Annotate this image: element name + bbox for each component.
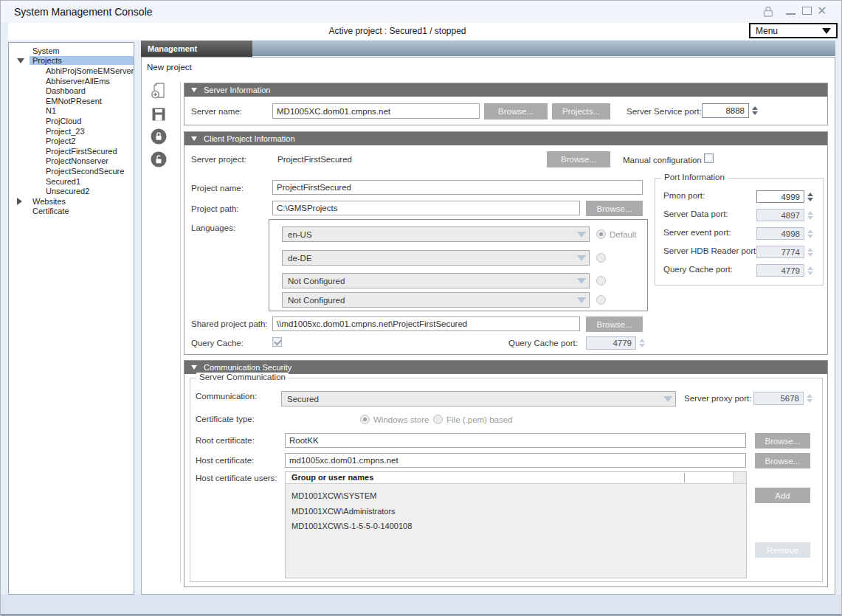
tree-item-abhiprojsomeemserver[interactable]: AbhiProjSomeEMServer (9, 66, 134, 76)
shared-path-input[interactable]: \\md1005xc.dom01.cmpns.net\ProjectFirstS… (272, 316, 580, 331)
root-certificate-browse-button[interactable]: Browse... (755, 433, 810, 449)
root-certificate-label: Root certificate: (196, 436, 255, 445)
server-project-label: Server project: (191, 155, 246, 164)
language-default-radio-3[interactable] (596, 276, 606, 285)
port-field-server-data-port-[interactable]: 4897 (756, 209, 804, 221)
unlock-icon[interactable] (150, 150, 168, 168)
query-cache-port-field[interactable]: 4779 (586, 336, 636, 350)
tab-management[interactable]: Management (141, 41, 252, 57)
user-item[interactable]: MD1001XCW\S-1-5-5-0-1400108 (286, 519, 746, 534)
project-name-input[interactable]: ProjectFirstSecured (272, 180, 643, 195)
tree-item-system[interactable]: System (9, 46, 134, 56)
tree-item-projectfirstsecured[interactable]: ProjectFirstSecured (9, 146, 134, 156)
tree-item-emnotpresent[interactable]: EMNotPResent (9, 96, 134, 106)
port-spinner-server-hdb-reader-port-[interactable] (806, 246, 814, 258)
tree-item-websites[interactable]: Websites (9, 196, 134, 207)
chevron-down-icon[interactable] (573, 274, 589, 288)
query-cache-checkbox[interactable] (272, 337, 282, 347)
tree-item-project2[interactable]: Project2 (9, 136, 134, 146)
host-certificate-users-label: Host certificate users: (196, 474, 277, 482)
user-item[interactable]: MD1001XCW\Administrators (286, 504, 746, 519)
chevron-down-icon[interactable] (573, 293, 589, 307)
user-list-header[interactable]: Group or user names (286, 472, 746, 484)
host-certificate-label: Host certificate: (196, 456, 254, 465)
host-certificate-browse-button[interactable]: Browse... (755, 453, 810, 468)
remove-user-button[interactable]: Remove (755, 542, 810, 558)
port-field-server-hdb-reader-port-[interactable]: 7774 (756, 246, 804, 258)
port-spinner-pmon-port-[interactable] (806, 190, 814, 203)
project-path-browse-button[interactable]: Browse... (586, 201, 643, 216)
communication-dropdown[interactable]: Secured (281, 391, 676, 406)
user-item[interactable]: MD1001XCW\SYSTEM (286, 488, 746, 504)
tree-item-label: ProjectNonserver (43, 156, 111, 165)
server-information-header[interactable]: Server Information (184, 83, 827, 97)
server-name-input[interactable]: MD1005XC.dom01.cmpns.net (272, 103, 480, 119)
language-default-radio-2[interactable] (596, 253, 606, 263)
query-cache-port-spinner[interactable] (638, 336, 646, 350)
manual-configuration-checkbox[interactable] (704, 153, 714, 163)
proxy-port-field[interactable]: 5678 (753, 392, 804, 405)
root-certificate-input[interactable]: RootKK (285, 433, 746, 448)
close-icon[interactable]: ✕ (817, 4, 827, 18)
port-field-server-event-port-[interactable]: 4998 (756, 227, 804, 240)
port-spinner-server-data-port-[interactable] (806, 209, 814, 221)
language-dropdown-1[interactable]: en-US (282, 226, 590, 242)
pem-file-radio[interactable] (433, 415, 443, 424)
service-port-field[interactable]: 8888 (702, 103, 749, 118)
language-dropdown-2[interactable]: de-DE (282, 250, 590, 266)
host-certificate-input[interactable]: md1005xc.dom01.cmpns.net (285, 453, 746, 468)
host-certificate-users-list[interactable]: Group or user names MD1001XCW\SYSTEMMD10… (285, 471, 747, 578)
menu-dropdown[interactable]: Menu (749, 23, 838, 38)
tree-item-label: Certificate (30, 207, 72, 215)
tree-item-label: Websites (30, 197, 69, 206)
client-project-header[interactable]: Client Project Information (184, 132, 827, 145)
shared-path-browse-button[interactable]: Browse... (586, 316, 643, 332)
tree-item-abhiserverallems[interactable]: AbhiserverAllEms (9, 76, 134, 86)
communication-label: Communication: (196, 392, 257, 401)
tree-item-projectsecondsecure[interactable]: ProjectSecondSecure (9, 166, 134, 176)
language-default-radio-1[interactable] (596, 229, 606, 239)
port-label-server-data-port-: Server Data port: (663, 210, 728, 218)
expand-arrow-icon[interactable] (17, 198, 22, 205)
toolbar-divider (180, 82, 181, 582)
language-default-radio-4[interactable] (596, 295, 606, 305)
tree-item-projectnonserver[interactable]: ProjectNonserver (9, 156, 134, 167)
user-list-header-label: Group or user names (291, 473, 373, 482)
server-browse-button[interactable]: Browse... (484, 103, 548, 120)
tree-item-certificate[interactable]: Certificate (9, 207, 134, 217)
tree-item-projects[interactable]: Projects (9, 56, 134, 66)
port-field-pmon-port-[interactable]: 4999 (756, 190, 804, 203)
tree-item-projcloud[interactable]: ProjCloud (9, 116, 134, 126)
chevron-down-icon[interactable] (573, 227, 589, 241)
windows-store-radio[interactable] (360, 415, 370, 424)
language-dropdown-4[interactable]: Not Configured (282, 292, 590, 308)
minimize-icon[interactable] (786, 13, 796, 15)
window-title: System Management Console (14, 6, 153, 18)
communication-value: Secured (287, 395, 319, 404)
chevron-down-icon[interactable] (573, 251, 589, 265)
maximize-icon[interactable] (802, 7, 812, 15)
tree-item-secured1[interactable]: Secured1 (9, 176, 134, 187)
shared-path-label: Shared project path: (191, 319, 268, 328)
collapse-arrow-icon[interactable] (17, 58, 24, 63)
project-path-input[interactable]: C:\GMSProjects (272, 201, 580, 215)
new-project-icon[interactable] (150, 82, 168, 100)
projects-button[interactable]: Projects... (552, 103, 610, 120)
tree-item-label: AbhiserverAllEms (43, 77, 113, 86)
language-dropdown-3[interactable]: Not Configured (282, 273, 590, 288)
tree-item-dashboard[interactable]: Dashboard (9, 86, 134, 96)
port-field-query-cache-port-[interactable]: 4779 (756, 264, 804, 277)
tree-item-project-23[interactable]: Project_23 (9, 126, 134, 136)
service-port-spinner[interactable] (750, 103, 759, 118)
chevron-down-icon[interactable] (660, 392, 675, 406)
server-project-browse-button[interactable]: Browse... (547, 151, 610, 167)
tree-item-n1[interactable]: N1 (9, 106, 134, 117)
port-spinner-server-event-port-[interactable] (806, 227, 814, 240)
save-icon[interactable] (150, 105, 168, 123)
column-divider[interactable] (684, 473, 685, 482)
add-user-button[interactable]: Add (755, 488, 810, 503)
tree-item-unsecured2[interactable]: Unsecured2 (9, 186, 134, 196)
lock-icon[interactable] (150, 128, 168, 145)
port-spinner-query-cache-port-[interactable] (806, 264, 814, 277)
proxy-port-spinner[interactable] (805, 392, 813, 405)
